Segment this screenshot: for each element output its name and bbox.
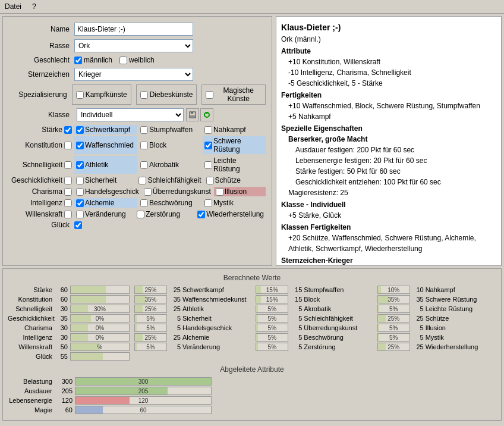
attr-row: GeschicklichkeitSicherheitSchleichfähigk… xyxy=(9,176,266,185)
skill-stat-bar-label: 25% xyxy=(378,343,410,350)
attr-checkbox[interactable] xyxy=(64,177,72,184)
skill-stat-value: 35 xyxy=(169,296,181,303)
stat-bar xyxy=(71,353,103,360)
derived-row: Ausdauer205205 xyxy=(8,387,496,395)
skill-stat-value: 5 xyxy=(169,315,181,322)
menu-datei[interactable]: Datei xyxy=(2,1,24,12)
skill-checkbox[interactable] xyxy=(76,177,84,184)
skill-stat-bar-label: 5% xyxy=(256,305,288,312)
skill-stat-bar-container: 5% xyxy=(377,305,410,313)
summary-line: Spezielle Eigenschaften xyxy=(281,123,496,134)
skill-checkbox[interactable] xyxy=(138,177,146,184)
attr-checkbox[interactable] xyxy=(64,142,72,149)
summary-line: Fertigkeiten xyxy=(281,90,496,101)
skill-label: Stumpfwaffen xyxy=(149,126,193,134)
diebeskuenste-checkbox[interactable] xyxy=(140,91,148,99)
skill-stat-name: Schütze xyxy=(426,315,449,322)
stat-bar-container: 0% xyxy=(70,314,130,322)
derived-row: Belastung300300 xyxy=(8,377,496,386)
kampfkuenste-checkbox[interactable] xyxy=(76,91,84,99)
skill-stat-name: Alchemie xyxy=(182,334,209,341)
skill-checkbox[interactable] xyxy=(204,161,212,169)
skill-stat-value: 25 xyxy=(169,286,181,293)
rasse-select[interactable]: Ork xyxy=(74,39,193,52)
attr-checkbox[interactable] xyxy=(64,126,72,134)
skill-checkbox[interactable] xyxy=(137,211,144,218)
skill-checkbox[interactable] xyxy=(204,199,212,207)
stat-value: 30 xyxy=(55,324,68,331)
attr-checkbox[interactable] xyxy=(64,211,72,218)
skill-stat-value: 5 xyxy=(290,315,302,322)
stats-container: Stärke60Konstitution60Schnelligkeit3030%… xyxy=(8,286,496,362)
klasse-select[interactable]: Individuell xyxy=(77,108,184,121)
skill-stat-row: 15%15Stumpfwaffen xyxy=(256,286,374,294)
skill-stat-value: 5 xyxy=(412,305,424,312)
skill-stat-name: Sicherheit xyxy=(182,315,212,322)
skill-stat-bar-label: 25% xyxy=(378,315,410,322)
skill-label: Beschwörung xyxy=(149,199,193,207)
skill-checkbox[interactable] xyxy=(76,188,84,196)
skill-checkbox[interactable] xyxy=(197,211,205,218)
sternzeichen-select[interactable]: Krieger xyxy=(74,68,193,81)
skill-checkbox[interactable] xyxy=(140,142,148,149)
skill-checkbox[interactable] xyxy=(204,126,212,134)
diebeskuenste-button[interactable]: Diebeskünste xyxy=(136,84,197,105)
skill-label: Schleichfähigkeit xyxy=(147,176,201,184)
menu-help[interactable]: ? xyxy=(30,1,39,12)
stat-bar-label: 0% xyxy=(71,324,129,331)
skill-checkbox[interactable] xyxy=(76,142,84,149)
attr-label: Stärke xyxy=(42,126,62,134)
stat-bar-container: 0% xyxy=(70,324,130,332)
skill-checkbox[interactable] xyxy=(76,199,84,207)
attr-label: Konstitution xyxy=(25,141,62,149)
skill-label: Athletik xyxy=(85,161,108,169)
attr-checkbox[interactable] xyxy=(64,188,72,196)
stat-row: Willenskraft50% xyxy=(8,343,130,351)
derived-section: Abgeleitete Attribute Belastung300300Aus… xyxy=(8,365,496,414)
skill-item: Illusion xyxy=(214,187,266,196)
magische-kuenste-button[interactable]: Magische Künste xyxy=(201,84,266,105)
skill-checkbox[interactable] xyxy=(76,161,84,169)
skill-stat-bar-container: 5% xyxy=(256,333,288,342)
skill-checkbox[interactable] xyxy=(76,211,84,218)
maennlich-checkbox[interactable] xyxy=(74,57,82,64)
skill-checkbox[interactable] xyxy=(144,188,152,196)
skill-stat-name: Akrobatik xyxy=(304,305,331,312)
weiblich-checkbox[interactable] xyxy=(119,57,127,64)
attr-checkbox[interactable] xyxy=(64,161,72,169)
skill-stat-name: Block xyxy=(304,296,320,303)
stat-label: Willenskraft xyxy=(8,343,52,350)
stat-row: Intelligenz300% xyxy=(8,333,130,342)
attr-checkbox[interactable] xyxy=(64,199,72,207)
weiblich-option[interactable]: weiblich xyxy=(119,56,155,64)
skill-checkbox[interactable] xyxy=(140,126,148,134)
skill-checkbox[interactable] xyxy=(140,199,148,207)
klasse-icon-btn-1[interactable] xyxy=(186,108,199,121)
summary-line: +5 Nahkampf xyxy=(281,111,496,122)
kampfkuenste-button[interactable]: Kampfkünste xyxy=(72,84,131,105)
skill-item: Waffenschmied xyxy=(74,136,137,154)
skill-stat-bar-container: 5% xyxy=(377,333,410,342)
attr-row: SchnelligkeitAthletikAkrobatikLeichte Rü… xyxy=(9,156,266,174)
skill-stat-row: 35%35Schwere Rüstung xyxy=(377,295,496,303)
skill-checkbox[interactable] xyxy=(216,188,223,196)
skill-checkbox[interactable] xyxy=(204,142,212,149)
stat-label: Konstitution xyxy=(8,296,52,303)
name-input[interactable] xyxy=(74,23,193,36)
klasse-icon-btn-2[interactable] xyxy=(200,108,213,121)
attr-label: Willenskraft xyxy=(26,210,62,218)
middle-stats: 25%25Schwertkampf35%35Waffenschmiedekuns… xyxy=(134,286,496,362)
skill-stat-bar-label: 5% xyxy=(256,334,288,341)
glueck-checkbox[interactable] xyxy=(74,221,82,229)
stat-bar-label: 0% xyxy=(71,334,129,341)
skill-stat-name: Veränderung xyxy=(182,343,220,350)
skill-item: Schütze xyxy=(204,176,266,185)
attr-row: CharismaHandelsgeschickÜberredungskunstI… xyxy=(9,187,266,196)
magische-kuenste-checkbox[interactable] xyxy=(206,91,213,99)
skill-checkbox[interactable] xyxy=(76,126,84,134)
skill-checkbox[interactable] xyxy=(140,161,148,169)
skill-stat-row: 5%5Leichte Rüstung xyxy=(377,305,496,313)
maennlich-option[interactable]: männlich xyxy=(74,56,112,64)
skill-checkbox[interactable] xyxy=(206,177,214,184)
skill-stat-value: 5 xyxy=(169,343,181,350)
